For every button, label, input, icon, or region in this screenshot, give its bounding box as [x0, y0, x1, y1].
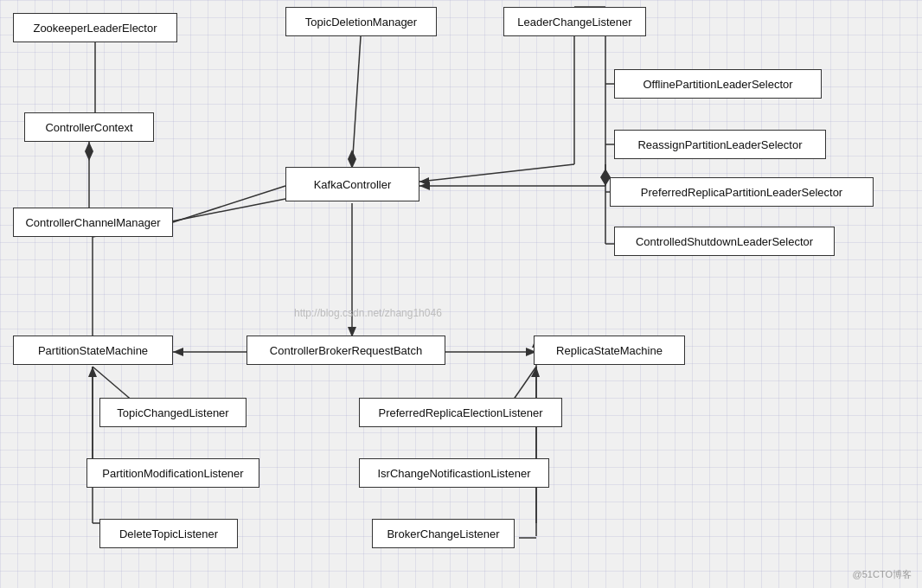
node-topic-changed: TopicChangedListener	[99, 398, 247, 427]
node-partition-state: PartitionStateMachine	[13, 336, 173, 365]
node-delete-topic: DeleteTopicListener	[99, 519, 238, 548]
diagram-container: ZookeeperLeaderElector TopicDeletionMana…	[0, 0, 922, 588]
node-controlled: ControlledShutdownLeaderSelector	[614, 227, 835, 256]
svg-marker-2	[85, 142, 93, 161]
svg-line-7	[419, 164, 574, 182]
node-isr-change: IsrChangeNotificastionListener	[359, 458, 549, 488]
node-leader-change: LeaderChangeListener	[503, 7, 646, 36]
watermark: http://blog.csdn.net/zhang1h046	[294, 307, 442, 319]
node-preferred: PreferredReplicaPartitionLeaderSelector	[610, 177, 874, 207]
svg-line-28	[93, 367, 134, 402]
svg-marker-16	[419, 182, 430, 190]
node-partition-mod: PartitionModificationListener	[86, 458, 259, 488]
node-offline: OfflinePartitionLeaderSelector	[614, 69, 822, 99]
svg-line-4	[352, 36, 361, 169]
node-broker-change: BrokerChangeListener	[372, 519, 515, 548]
svg-marker-8	[419, 177, 429, 186]
node-controller-channel: ControllerChannelManager	[13, 208, 173, 237]
svg-marker-36	[531, 367, 540, 377]
node-controller-context: ControllerContext	[24, 112, 154, 142]
node-reassign: ReassignPartitionLeaderSelector	[614, 130, 826, 159]
node-topic-deletion: TopicDeletionManager	[285, 7, 437, 36]
node-controller-broker: ControllerBrokerRequestBatch	[247, 336, 445, 365]
node-preferred-election: PreferredReplicaElectionListener	[359, 398, 562, 427]
svg-marker-5	[348, 150, 356, 169]
svg-marker-31	[88, 367, 97, 377]
svg-marker-23	[173, 348, 183, 356]
svg-line-3	[173, 186, 285, 222]
node-replica-state: ReplicaStateMachine	[534, 336, 685, 365]
node-kafka-controller: KafkaController	[285, 167, 419, 201]
node-zookeeper: ZookeeperLeaderElector	[13, 13, 177, 42]
credit-label: @51CTO博客	[853, 568, 912, 581]
